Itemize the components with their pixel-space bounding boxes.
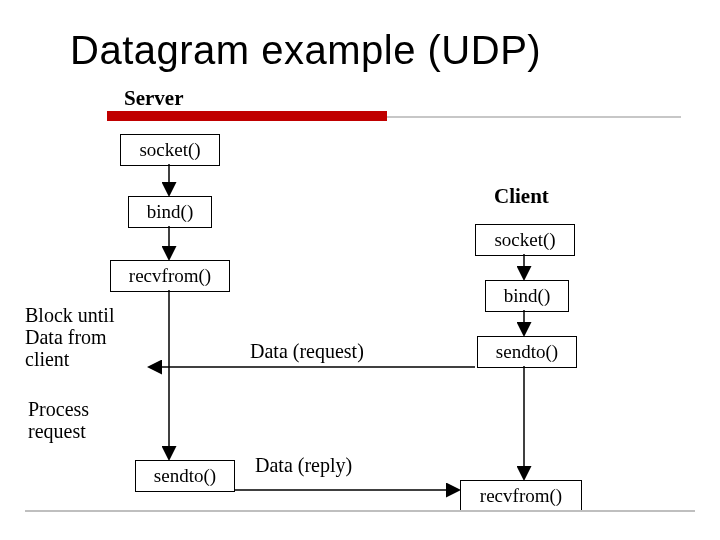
slide-footer-rule xyxy=(25,510,695,512)
flow-arrows xyxy=(0,0,720,540)
server-bind-box: bind() xyxy=(128,196,212,228)
server-heading: Server xyxy=(124,86,183,111)
server-sendto-box: sendto() xyxy=(135,460,235,492)
data-request-label: Data (request) xyxy=(250,340,364,363)
data-reply-label: Data (reply) xyxy=(255,454,352,477)
client-socket-box: socket() xyxy=(475,224,575,256)
process-note: Process request xyxy=(28,398,89,442)
client-recvfrom-box: recvfrom() xyxy=(460,480,582,512)
block-note: Block until Data from client xyxy=(25,304,114,370)
title-underline-tail xyxy=(387,116,681,118)
server-recvfrom-box: recvfrom() xyxy=(110,260,230,292)
title-underline xyxy=(107,111,387,121)
client-bind-box: bind() xyxy=(485,280,569,312)
client-heading: Client xyxy=(494,184,549,209)
client-sendto-box: sendto() xyxy=(477,336,577,368)
server-socket-box: socket() xyxy=(120,134,220,166)
slide-title: Datagram example (UDP) xyxy=(70,28,541,73)
